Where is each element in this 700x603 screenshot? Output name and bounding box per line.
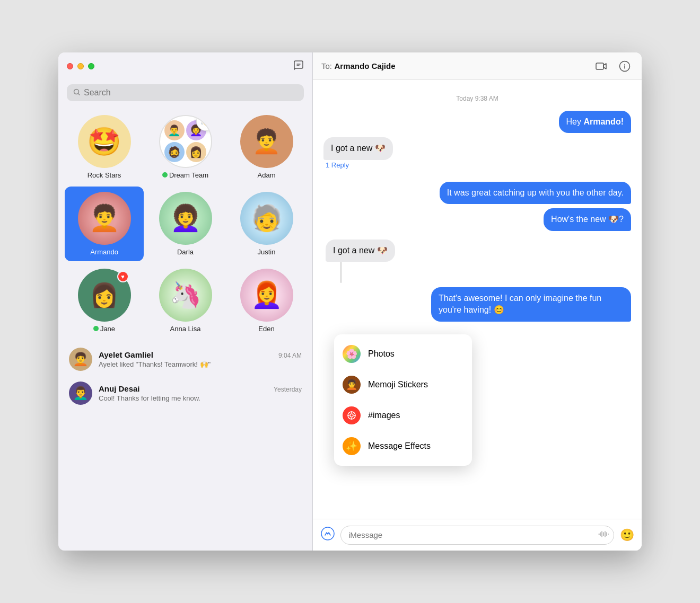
message-great-catching-up: It was great catching up with you the ot… — [323, 182, 631, 204]
svg-point-4 — [350, 414, 353, 417]
photos-label: Photos — [368, 349, 395, 359]
popup-item-images[interactable]: #images — [334, 400, 472, 431]
bubble-thats-awesome: That's awesome! I can only imagine the f… — [431, 287, 631, 322]
popup-item-photos[interactable]: 🌸 Photos — [334, 339, 472, 369]
heart-badge: ♥ — [117, 271, 129, 282]
ayelet-time: 9:04 AM — [278, 352, 302, 359]
sidebar: 🤩 Rock Stars 👨‍🦱 👩‍🦱 🧔 👩 👋 Dream Team — [58, 52, 313, 551]
photos-icon: 🌸 — [343, 345, 361, 363]
input-bar: 🙂 — [313, 519, 642, 551]
app-store-button[interactable] — [319, 527, 336, 544]
thread-line — [340, 262, 342, 283]
memoji-icon: 🧑‍🦱 — [343, 376, 361, 394]
header-actions — [593, 58, 633, 75]
message-thats-awesome: That's awesome! I can only imagine the f… — [323, 287, 631, 322]
rock-stars-name: Rock Stars — [88, 171, 121, 179]
bubble-hey-armando: Hey Armando! — [559, 111, 631, 133]
to-label: To: — [321, 61, 332, 70]
images-label: #images — [368, 411, 400, 420]
memoji-stickers-label: Memoji Stickers — [368, 380, 428, 389]
minimize-button[interactable] — [77, 63, 84, 69]
message-effects-label: Message Effects — [368, 441, 431, 451]
sidebar-item-armando[interactable]: 🧑‍🦱 Armando — [65, 187, 144, 261]
message-timestamp: Today 9:38 AM — [323, 95, 631, 102]
darla-avatar: 👩‍🦱 — [159, 192, 212, 245]
search-icon — [73, 88, 81, 97]
dream-team-avatar: 👨‍🦱 👩‍🦱 🧔 👩 👋 — [159, 115, 212, 168]
message-input[interactable] — [340, 526, 614, 545]
anuj-time: Yesterday — [274, 386, 302, 393]
sidebar-item-eden[interactable]: 👩‍🦰 Eden — [227, 263, 306, 338]
armando-avatar: 🧑‍🦱 — [78, 192, 131, 245]
eden-name: Eden — [258, 325, 274, 333]
list-item-anuj[interactable]: 👨‍🦱 Anuj Desai Yesterday Cool! Thanks fo… — [65, 376, 306, 410]
info-button[interactable] — [616, 58, 633, 75]
ayelet-preview: Ayelet liked "Thanks! Teamwork! 🙌" — [99, 360, 247, 368]
armando-name: Armando — [90, 248, 118, 256]
contact-grid: 🤩 Rock Stars 👨‍🦱 👩‍🦱 🧔 👩 👋 Dream Team — [58, 110, 312, 338]
message-got-new-dog: I got a new 🐶 — [323, 137, 631, 159]
online-indicator — [162, 172, 168, 178]
bubble-thread-reply: I got a new 🐶 — [326, 240, 395, 262]
jane-name: Jane — [93, 325, 115, 333]
sidebar-item-rock-stars[interactable]: 🤩 Rock Stars — [65, 110, 144, 184]
bubble-great-catching-up: It was great catching up with you the ot… — [440, 182, 631, 204]
message-hows-the-new: How's the new 🐶? — [323, 208, 631, 230]
recipient-name: Armando Cajide — [334, 61, 395, 70]
compose-button[interactable] — [293, 60, 304, 73]
close-button[interactable] — [67, 63, 73, 69]
adam-name: Adam — [258, 171, 276, 179]
effects-icon: ✨ — [343, 437, 361, 455]
popup-item-message-effects[interactable]: ✨ Message Effects — [334, 431, 472, 462]
audio-waveform-icon — [598, 530, 609, 540]
popup-item-memoji-stickers[interactable]: 🧑‍🦱 Memoji Stickers — [334, 369, 472, 400]
app-window: 🤩 Rock Stars 👨‍🦱 👩‍🦱 🧔 👩 👋 Dream Team — [58, 52, 642, 551]
justin-name: Justin — [258, 248, 276, 256]
rock-stars-avatar: 🤩 — [78, 115, 131, 168]
anuj-name: Anuj Desai — [99, 384, 140, 393]
adam-avatar: 🧑‍🦱 — [240, 115, 293, 168]
messages-area[interactable]: Today 9:38 AM Hey Armando! I got a new 🐶… — [313, 80, 642, 519]
anuj-avatar: 👨‍🦱 — [69, 382, 92, 405]
bubble-hows-new: How's the new 🐶? — [544, 208, 631, 230]
sidebar-item-jane[interactable]: 👩 ♥ Jane — [65, 263, 144, 338]
bubble-got-new-dog: I got a new 🐶 — [323, 137, 393, 159]
message-hey-armando: Hey Armando! — [323, 111, 631, 133]
list-item-ayelet[interactable]: 🧑‍🦱 Ayelet Gamliel 9:04 AM Ayelet liked … — [65, 342, 306, 376]
titlebar — [58, 52, 312, 80]
reply-link[interactable]: 1 Reply — [326, 161, 631, 169]
sidebar-item-dream-team[interactable]: 👨‍🦱 👩‍🦱 🧔 👩 👋 Dream Team — [146, 110, 225, 184]
jane-avatar: 👩 ♥ — [78, 269, 131, 322]
reply-thread-container: I got a new 🐶 1 Reply — [323, 137, 631, 169]
images-icon — [343, 406, 361, 424]
search-bar[interactable] — [67, 84, 304, 101]
sidebar-item-darla[interactable]: 👩‍🦱 Darla — [146, 187, 225, 261]
anna-lisa-avatar: 🦄 — [159, 269, 212, 322]
jane-online-indicator — [93, 326, 99, 331]
darla-name: Darla — [177, 248, 194, 256]
sidebar-item-justin[interactable]: 🧓 Justin — [227, 187, 306, 261]
eden-avatar: 👩‍🦰 — [240, 269, 293, 322]
justin-avatar: 🧓 — [240, 192, 293, 245]
dream-team-name: Dream Team — [162, 171, 208, 179]
search-input[interactable] — [84, 88, 298, 97]
video-call-button[interactable] — [593, 58, 610, 75]
ayelet-name: Ayelet Gamliel — [99, 350, 153, 359]
popup-menu: 🌸 Photos 🧑‍🦱 Memoji Stickers — [334, 334, 472, 466]
contact-list: 🧑‍🦱 Ayelet Gamliel 9:04 AM Ayelet liked … — [58, 338, 312, 551]
message-thread-reply: I got a new 🐶 — [326, 240, 631, 262]
ayelet-content: Ayelet Gamliel 9:04 AM Ayelet liked "Tha… — [99, 350, 302, 368]
maximize-button[interactable] — [88, 63, 94, 69]
message-input-wrapper[interactable] — [340, 526, 614, 545]
emoji-button[interactable]: 🙂 — [618, 527, 635, 544]
sidebar-item-adam[interactable]: 🧑‍🦱 Adam — [227, 110, 306, 184]
thread-continuation: I got a new 🐶 — [326, 240, 631, 283]
anna-lisa-name: Anna Lisa — [170, 325, 201, 333]
anuj-content: Anuj Desai Yesterday Cool! Thanks for le… — [99, 384, 302, 402]
ayelet-avatar: 🧑‍🦱 — [69, 348, 92, 371]
anuj-preview: Cool! Thanks for letting me know. — [99, 394, 247, 402]
sidebar-item-anna-lisa[interactable]: 🦄 Anna Lisa — [146, 263, 225, 338]
chat-header: To: Armando Cajide — [313, 52, 642, 80]
svg-rect-1 — [596, 63, 603, 69]
chat-panel: To: Armando Cajide Today — [313, 52, 642, 551]
